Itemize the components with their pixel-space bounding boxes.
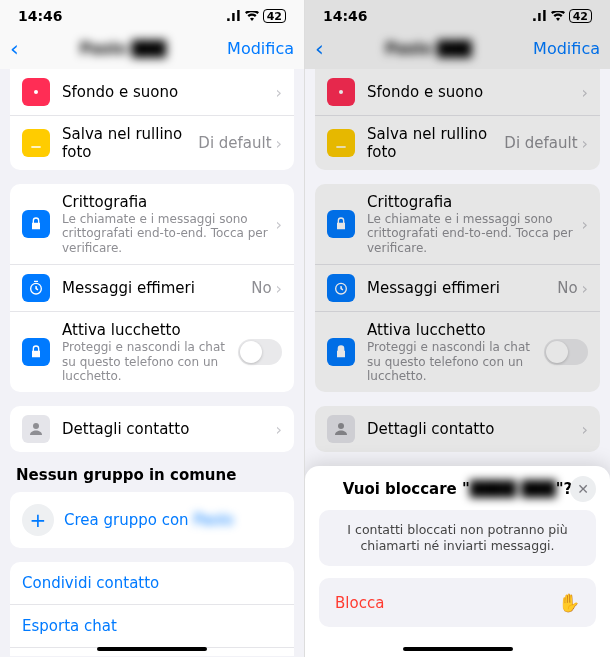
screen-block-sheet: 14:46 .ıl 42 ‹ Paolo ███ Modifica Sfondo… — [305, 0, 610, 657]
padlock-icon — [22, 338, 50, 366]
edit-button[interactable]: Modifica — [227, 39, 294, 58]
row-encryption[interactable]: CrittografiaLe chiamate e i messaggi son… — [10, 184, 294, 265]
svg-point-2 — [33, 423, 39, 429]
padlock-icon — [327, 338, 355, 366]
ephemeral-value: No — [251, 279, 271, 297]
contact-icon — [22, 415, 50, 443]
groups-header: Nessun gruppo in comune — [0, 466, 304, 492]
status-bar: 14:46 .ıl 42 — [305, 0, 610, 30]
encryption-label: Crittografia — [62, 193, 276, 211]
save-roll-label: Salva nel rullino foto — [62, 125, 198, 161]
row-wallpaper-sound: Sfondo e suono › — [315, 69, 600, 116]
lock-toggle — [544, 339, 588, 365]
row-share-contact[interactable]: Condividi contatto — [10, 562, 294, 605]
chevron-icon: › — [276, 420, 282, 439]
chevron-icon: › — [276, 279, 282, 298]
wifi-icon — [245, 8, 259, 24]
block-sheet: Vuoi bloccare "████ ███"? ✕ I contatti b… — [305, 466, 610, 658]
save-roll-icon — [22, 129, 50, 157]
status-time: 14:46 — [323, 8, 368, 24]
hand-stop-icon: ✋ — [558, 592, 580, 613]
row-save-camera-roll[interactable]: Salva nel rullino foto Di default › — [10, 116, 294, 170]
battery-icon: 42 — [263, 9, 286, 23]
encryption-sub: Le chiamate e i messaggi sono crittograf… — [62, 212, 276, 255]
cellular-icon: .ıl — [532, 8, 547, 24]
lock-toggle[interactable] — [238, 339, 282, 365]
nav-title: Paolo ███ — [385, 40, 471, 58]
row-create-group[interactable]: + Crea gruppo con Paolo — [10, 492, 294, 548]
svg-point-5 — [338, 423, 344, 429]
contact-details-label: Dettagli contatto — [62, 420, 276, 438]
status-bar: 14:46 .ıl 42 — [0, 0, 304, 30]
row-contact-details[interactable]: Dettagli contatto › — [10, 406, 294, 452]
row-contact-details: Dettagli contatto › — [315, 406, 600, 452]
lock-icon — [22, 210, 50, 238]
content-scroll[interactable]: Sfondo e suono › Salva nel rullino foto … — [0, 69, 304, 656]
row-ephemeral[interactable]: Messaggi effimeri No › — [10, 265, 294, 312]
chevron-icon: › — [276, 83, 282, 102]
home-indicator[interactable] — [403, 647, 513, 651]
battery-icon: 42 — [569, 9, 592, 23]
back-button[interactable]: ‹ — [10, 36, 19, 61]
save-roll-value: Di default — [198, 134, 271, 152]
block-action-label: Blocca — [335, 594, 384, 612]
lock-icon — [327, 210, 355, 238]
row-save-camera-roll: Salva nel rullino foto Di default › — [315, 116, 600, 170]
back-button: ‹ — [315, 36, 324, 61]
screen-settings: 14:46 .ıl 42 ‹ Paolo ███ Modifica Sfondo… — [0, 0, 305, 657]
save-roll-icon — [327, 129, 355, 157]
close-button[interactable]: ✕ — [570, 476, 596, 502]
wallpaper-label: Sfondo e suono — [62, 83, 276, 101]
lock-sub: Proteggi e nascondi la chat su questo te… — [62, 340, 238, 383]
plus-icon: + — [22, 504, 54, 536]
nav-bar: ‹ Paolo ███ Modifica — [305, 30, 610, 69]
row-encryption: CrittografiaLe chiamate e i messaggi son… — [315, 184, 600, 265]
wallpaper-icon — [22, 78, 50, 106]
create-group-name-blurred: Paolo — [193, 511, 233, 529]
ephemeral-label: Messaggi effimeri — [62, 279, 251, 297]
nav-title: Paolo ███ — [80, 40, 166, 58]
chevron-icon: › — [276, 134, 282, 153]
wifi-icon — [551, 8, 565, 24]
row-chat-lock: Attiva lucchettoProteggi e nascondi la c… — [10, 312, 294, 392]
sheet-description: I contatti bloccati non potranno più chi… — [319, 510, 596, 567]
home-indicator[interactable] — [97, 647, 207, 651]
status-time: 14:46 — [18, 8, 63, 24]
svg-point-0 — [34, 90, 38, 94]
wallpaper-icon — [327, 78, 355, 106]
sheet-name-blurred: ████ ███ — [470, 480, 556, 498]
cellular-icon: .ıl — [226, 8, 241, 24]
lock-label: Attiva lucchetto — [62, 321, 238, 339]
timer-icon — [22, 274, 50, 302]
edit-button: Modifica — [533, 39, 600, 58]
create-group-label: Crea gruppo con — [64, 511, 193, 529]
chevron-icon: › — [276, 215, 282, 234]
sheet-title: Vuoi bloccare "████ ███"? — [343, 480, 573, 498]
status-right: .ıl 42 — [226, 8, 286, 24]
status-right: .ıl 42 — [532, 8, 592, 24]
block-action-button[interactable]: Blocca ✋ — [319, 578, 596, 627]
row-export-chat[interactable]: Esporta chat — [10, 605, 294, 648]
contact-icon — [327, 415, 355, 443]
nav-bar: ‹ Paolo ███ Modifica — [0, 30, 304, 69]
row-wallpaper-sound[interactable]: Sfondo e suono › — [10, 69, 294, 116]
row-ephemeral: Messaggi effimeri No › — [315, 265, 600, 312]
timer-icon — [327, 274, 355, 302]
svg-point-3 — [339, 90, 343, 94]
row-chat-lock: Attiva lucchettoProteggi e nascondi la c… — [315, 312, 600, 392]
